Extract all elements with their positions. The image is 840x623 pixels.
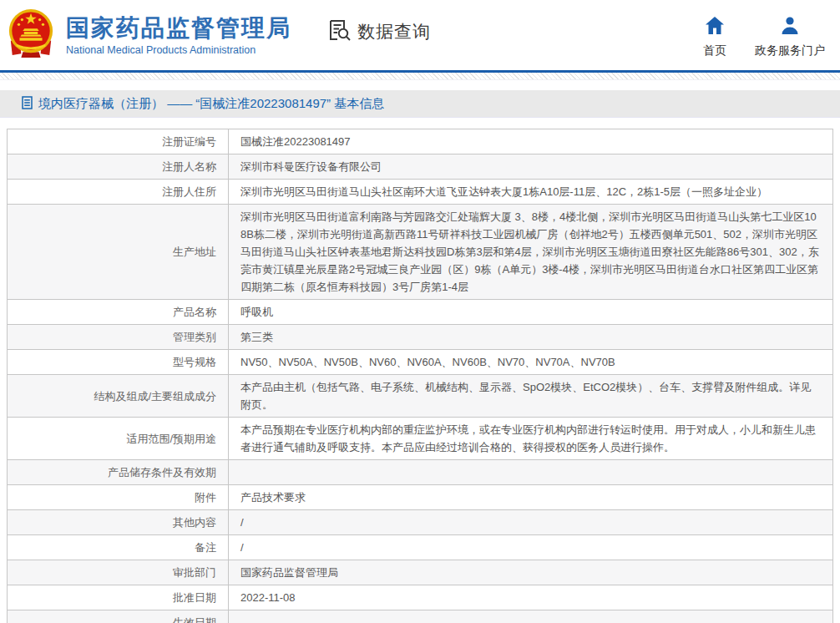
- row-label: 附件: [8, 485, 229, 510]
- hatch-decoration-band: [0, 73, 840, 80]
- row-value: /: [229, 535, 833, 560]
- site-header: 国家药品监督管理局 National Medical Products Admi…: [0, 0, 840, 70]
- org-name-cn: 国家药品监督管理局: [66, 15, 291, 42]
- row-value: NV50、NV50A、NV50B、NV60、NV60A、NV60B、NV70、N…: [229, 350, 833, 375]
- row-label: 型号规格: [8, 350, 229, 375]
- table-row: 注册人住所深圳市光明区马田街道马山头社区南环大道飞亚达钟表大厦1栋A10层-11…: [8, 180, 833, 205]
- data-query-icon: [326, 18, 352, 46]
- table-row: 型号规格NV50、NV50A、NV50B、NV60、NV60A、NV60B、NV…: [8, 350, 833, 375]
- table-row: 审批部门国家药品监督管理局: [8, 560, 833, 585]
- row-value: 深圳市科曼医疗设备有限公司: [229, 154, 833, 180]
- row-label: 注册证编号: [8, 129, 229, 154]
- table-row: 附件产品技术要求: [8, 485, 833, 510]
- row-value: 深圳市光明区马田街道马山头社区南环大道飞亚达钟表大厦1栋A10层-11层、12C…: [229, 180, 833, 205]
- row-label: 管理类别: [8, 325, 229, 350]
- row-label: 生效日期: [8, 610, 229, 623]
- table-row: 结构及组成/主要组成成分本产品由主机（包括气路、电子系统、机械结构、显示器、Sp…: [8, 375, 833, 418]
- user-icon: [781, 17, 799, 38]
- breadcrumb: 境内医疗器械（注册） —— “国械注准20223081497” 基本信息: [22, 96, 384, 112]
- row-value: 国械注准20223081497: [229, 129, 833, 154]
- table-row: 生产地址深圳市光明区马田街道富利南路与芳园路交汇处瑞辉大厦 3、8楼，4楼北侧，…: [8, 205, 833, 300]
- row-value: 国家药品监督管理局: [229, 560, 833, 585]
- row-value: [229, 460, 833, 485]
- row-label: 适用范围/预期用途: [8, 418, 229, 460]
- document-icon: [22, 96, 33, 112]
- row-value: 深圳市光明区马田街道富利南路与芳园路交汇处瑞辉大厦 3、8楼，4楼北侧，深圳市光…: [229, 205, 833, 300]
- nav-item-service-portal[interactable]: 政务服务门户: [755, 17, 825, 58]
- table-row: 适用范围/预期用途本产品预期在专业医疗机构内部的重症监护环境，或在专业医疗机构内…: [8, 418, 833, 460]
- org-title-block: 国家药品监督管理局 National Medical Products Admi…: [66, 15, 291, 56]
- row-value: 本产品预期在专业医疗机构内部的重症监护环境，或在专业医疗机构内部进行转运时使用。…: [229, 418, 833, 460]
- national-emblem-icon: [7, 7, 55, 63]
- registration-detail-table: 注册证编号国械注准20223081497 注册人名称深圳市科曼医疗设备有限公司 …: [7, 129, 833, 623]
- row-label: 结构及组成/主要组成成分: [8, 375, 229, 418]
- row-value: 呼吸机: [229, 300, 833, 325]
- table-row: 产品储存条件及有效期: [8, 460, 833, 485]
- table-row: 产品名称呼吸机: [8, 300, 833, 325]
- row-value: 第三类: [229, 325, 833, 350]
- table-row: 生效日期: [8, 610, 833, 623]
- row-label: 生产地址: [8, 205, 229, 300]
- row-label: 注册人名称: [8, 154, 229, 180]
- breadcrumb-text: 境内医疗器械（注册） —— “国械注准20223081497” 基本信息: [38, 96, 384, 112]
- row-label: 其他内容: [8, 510, 229, 535]
- org-name-en: National Medical Products Administration: [66, 44, 291, 56]
- table-row: 批准日期2022-11-08: [8, 585, 833, 610]
- table-row: 备注/: [8, 535, 833, 560]
- home-icon: [706, 17, 724, 38]
- row-value: 2022-11-08: [229, 585, 833, 610]
- table-row: 注册人名称深圳市科曼医疗设备有限公司: [8, 154, 833, 180]
- table-row: 管理类别第三类: [8, 325, 833, 350]
- row-value: 产品技术要求: [229, 485, 833, 510]
- data-query-label: 数据查询: [357, 20, 431, 43]
- data-query-section[interactable]: 数据查询: [326, 18, 431, 46]
- header-nav: 首页 政务服务门户: [703, 17, 825, 58]
- nav-item-service-portal-label: 政务服务门户: [755, 43, 825, 58]
- row-value: /: [229, 510, 833, 535]
- row-value: [229, 610, 833, 623]
- row-label: 注册人住所: [8, 180, 229, 205]
- table-row: 其他内容/: [8, 510, 833, 535]
- row-label: 产品储存条件及有效期: [8, 460, 229, 485]
- row-label: 产品名称: [8, 300, 229, 325]
- breadcrumb-band: 境内医疗器械（注册） —— “国械注准20223081497” 基本信息: [0, 90, 840, 118]
- nav-item-home-label: 首页: [703, 43, 726, 58]
- row-value: 本产品由主机（包括气路、电子系统、机械结构、显示器、SpO2模块、EtCO2模块…: [229, 375, 833, 418]
- nav-item-home[interactable]: 首页: [703, 17, 726, 58]
- row-label: 审批部门: [8, 560, 229, 585]
- row-label: 备注: [8, 535, 229, 560]
- table-row: 注册证编号国械注准20223081497: [8, 129, 833, 154]
- row-label: 批准日期: [8, 585, 229, 610]
